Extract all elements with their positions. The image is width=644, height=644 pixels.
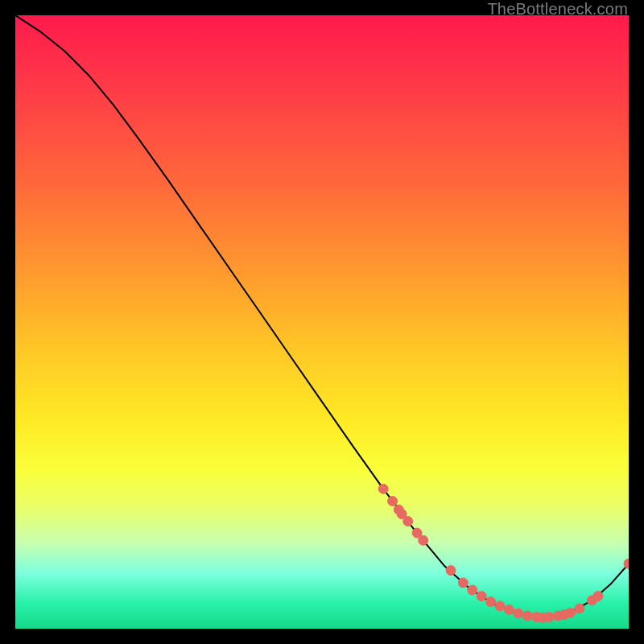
highlight-dots xyxy=(378,484,629,622)
dot xyxy=(446,566,456,576)
dot xyxy=(477,592,486,601)
dot xyxy=(378,484,388,493)
dot xyxy=(544,613,554,622)
dot xyxy=(458,578,468,588)
dot xyxy=(566,608,576,617)
dot xyxy=(514,609,523,618)
dot xyxy=(403,517,413,526)
chart-stage: TheBottleneck.com xyxy=(0,0,644,644)
bottleneck-curve xyxy=(15,15,629,617)
dot xyxy=(504,605,514,614)
dot xyxy=(388,497,398,506)
dot xyxy=(486,597,496,607)
dot xyxy=(593,592,603,601)
dot xyxy=(495,601,505,611)
dot xyxy=(468,585,477,595)
plot-area xyxy=(15,15,629,629)
dot xyxy=(419,535,428,545)
dot xyxy=(575,604,584,613)
chart-overlay xyxy=(15,15,629,629)
dot xyxy=(624,559,629,568)
dot xyxy=(522,611,532,621)
